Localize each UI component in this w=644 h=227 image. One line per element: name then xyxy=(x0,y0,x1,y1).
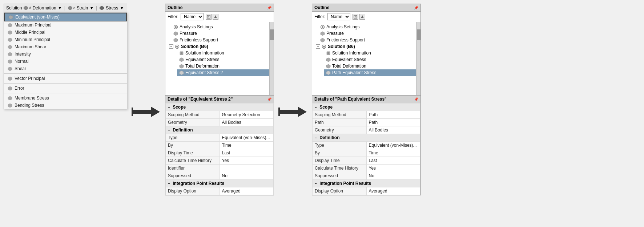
svg-point-23 xyxy=(175,26,177,28)
tree-item-eq-stress-r[interactable]: Equivalent Stress xyxy=(324,56,416,63)
collapse-scope-left[interactable]: − xyxy=(168,105,170,109)
tree-item-analysis-r[interactable]: Analysis Settings xyxy=(318,24,416,30)
value-type-right: Equivalent (von-Mises)... xyxy=(366,142,420,149)
deformation-caret[interactable]: ▼ xyxy=(58,5,62,11)
label-type-right: Type xyxy=(313,142,367,149)
dropdown-item-intensity[interactable]: Intensity xyxy=(4,50,127,58)
outline-panel-right: Outline 📌 Filter: Name xyxy=(312,4,421,95)
tree-item-sol-info-l[interactable]: Solution Information xyxy=(177,50,269,56)
tree-item-total-def-r[interactable]: Total Deformation xyxy=(324,63,416,69)
dropdown-item-max-shear[interactable]: Maximum Shear xyxy=(4,43,127,50)
svg-marker-13 xyxy=(8,96,12,100)
dropdown-item-max-principal[interactable]: Maximum Principal xyxy=(4,21,127,29)
strain-caret[interactable]: ▼ xyxy=(89,5,94,11)
tree-icon-frictionless-r xyxy=(320,38,325,42)
tree-label-sol-info-r: Solution Information xyxy=(332,50,371,56)
dropdown-item-error[interactable]: Error xyxy=(4,85,127,92)
tree-icon-total-def-r xyxy=(326,64,331,69)
value-suppressed-right: No xyxy=(366,172,420,180)
scrollbar-left[interactable] xyxy=(269,22,274,95)
collapse-definition-right[interactable]: − xyxy=(315,136,317,140)
dropdown-label-max-shear: Maximum Shear xyxy=(15,44,46,49)
arrow-2-container xyxy=(277,105,309,118)
svg-marker-14 xyxy=(8,104,12,108)
solution-label: Solution xyxy=(6,5,22,11)
filter-icon-btn-r1[interactable] xyxy=(353,14,358,20)
arrow-2-svg xyxy=(278,105,307,118)
tree-item-eq-stress-l[interactable]: Equivalent Stress xyxy=(177,56,269,63)
label-geometry-right: Geometry xyxy=(313,126,367,134)
tree-icon-sol-info-l xyxy=(179,51,184,56)
row-identifier-left: Identifier xyxy=(166,165,274,172)
tree-item-analysis-settings-l[interactable]: Analysis Settings xyxy=(171,24,269,30)
tree-item-frictionless-l[interactable]: Frictionless Support xyxy=(171,37,269,43)
expand-solution-l[interactable]: − xyxy=(169,44,173,49)
row-geometry-right: Geometry All Bodies xyxy=(313,126,420,134)
tree-label-analysis-l: Analysis Settings xyxy=(180,24,213,29)
svg-marker-4 xyxy=(8,23,12,27)
scrollbar-right[interactable] xyxy=(416,22,420,95)
svg-marker-2 xyxy=(100,6,104,10)
stress-caret[interactable]: ▼ xyxy=(120,5,124,11)
svg-marker-12 xyxy=(8,86,12,90)
tree-area-left: Analysis Settings Pressure Frictionless … xyxy=(165,22,269,95)
details-table-right: − Scope Scoping Method Path Path Path Ge… xyxy=(312,103,420,195)
label-display-option-left: Display Option xyxy=(166,187,220,195)
details-title-right: Details of "Path Equivalent Stress" 📌 xyxy=(312,96,420,103)
dropdown-item-min-principal[interactable]: Minimum Principal xyxy=(4,36,127,43)
dropdown-item-membrane[interactable]: Membrane Stress xyxy=(4,94,127,102)
collapse-scope-right[interactable]: − xyxy=(315,105,317,109)
dropdown-item-equivalent[interactable]: Equivalent (von-Mises) xyxy=(4,13,127,21)
tree-item-pressure-l[interactable]: Pressure xyxy=(171,30,269,37)
tree-item-solution-r[interactable]: − Solution (B6) xyxy=(314,43,416,50)
filter-select-right[interactable]: Name xyxy=(327,13,350,20)
value-geometry-left: All Bodies xyxy=(220,119,274,126)
cube-icon-membrane xyxy=(8,96,12,101)
row-scoping-method-left: Scoping Method Geometry Selection xyxy=(166,111,274,119)
outline-actions-left: 📌 xyxy=(267,6,271,10)
outline-title-right: Outline 📌 xyxy=(312,4,420,12)
filter-select-left[interactable]: Name xyxy=(181,13,204,20)
collapse-integration-right[interactable]: − xyxy=(315,182,317,186)
details-pin-left: 📌 xyxy=(267,97,271,101)
tree-item-total-def-l[interactable]: Total Deformation xyxy=(177,63,269,69)
row-display-option-left: Display Option Averaged xyxy=(166,187,274,195)
dropdown-item-bending[interactable]: Bending Stress xyxy=(4,102,127,109)
dropdown-label-middle-principal: Middle Principal xyxy=(15,30,45,35)
filter-icon-btn-1[interactable] xyxy=(206,14,212,20)
details-title-label-left: Details of "Equivalent Stress 2" xyxy=(168,97,233,102)
dropdown-item-shear[interactable]: Shear xyxy=(4,65,127,72)
label-identifier-left: Identifier xyxy=(166,165,220,172)
value-display-time-right: Last xyxy=(366,157,420,165)
tree-label-eq-stress-2-l: Equivalent Stress 2 xyxy=(185,70,223,75)
dropdown-item-vector-principal[interactable]: Vector Principal xyxy=(4,75,127,82)
tree-item-path-eq-stress-r[interactable]: Path Equivalent Stress xyxy=(324,69,416,76)
section-definition-left: − Definition xyxy=(166,126,274,134)
dropdown-item-normal[interactable]: Normal xyxy=(4,58,127,65)
cube-icon-error xyxy=(8,86,12,91)
label-display-time-left: Display Time xyxy=(166,149,220,157)
tree-item-eq-stress-2-l[interactable]: Equivalent Stress 2 xyxy=(177,69,269,76)
dropdown-label-intensity: Intensity xyxy=(15,52,31,57)
collapse-integration-left[interactable]: − xyxy=(168,182,170,186)
collapse-definition-left[interactable]: − xyxy=(168,128,170,132)
tree-item-pressure-r[interactable]: Pressure xyxy=(318,30,416,37)
dropdown-label-error: Error xyxy=(15,86,24,91)
tree-item-frictionless-r[interactable]: Frictionless Support xyxy=(318,37,416,43)
expand-solution-r[interactable]: − xyxy=(316,44,320,49)
outline-title-left: Outline 📌 xyxy=(165,4,274,12)
tree-item-sol-info-r[interactable]: Solution Information xyxy=(324,50,416,56)
cube-icon-vector-principal xyxy=(8,76,12,81)
filter-icon-btn-r2[interactable] xyxy=(359,14,365,20)
filter-icon-btn-2[interactable] xyxy=(213,14,218,20)
pin-icon-left: 📌 xyxy=(267,6,271,10)
tree-label-eq-stress-r: Equivalent Stress xyxy=(332,57,366,62)
label-display-option-right: Display Option xyxy=(313,187,367,195)
dropdown-item-middle-principal[interactable]: Middle Principal xyxy=(4,29,127,36)
tree-item-solution-l[interactable]: − Solution (B6) xyxy=(167,43,269,50)
value-display-option-right: Averaged xyxy=(366,187,420,195)
cube-icon-normal xyxy=(8,59,12,64)
row-type-right: Type Equivalent (von-Mises)... xyxy=(313,142,420,149)
tree-label-path-eq-stress-r: Path Equivalent Stress xyxy=(332,70,376,75)
svg-point-27 xyxy=(176,46,178,48)
